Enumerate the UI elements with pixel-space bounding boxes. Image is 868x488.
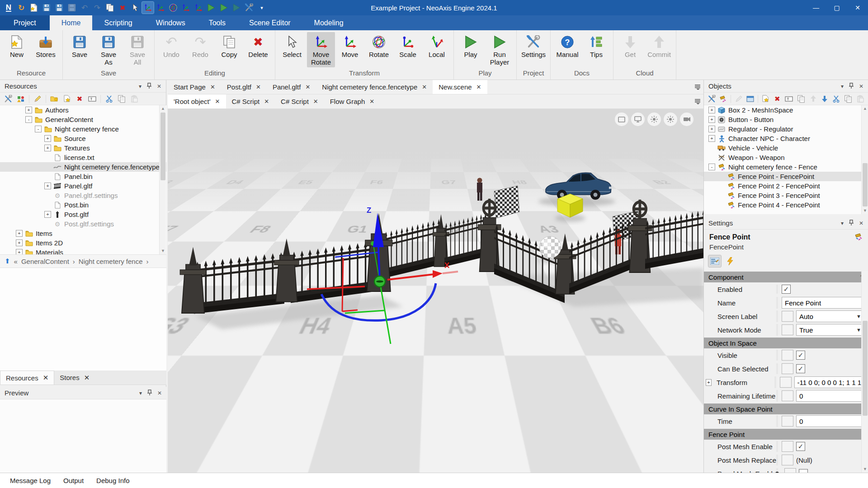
checkbox[interactable]: ✓: [796, 351, 805, 360]
minimize-window-button[interactable]: —: [806, 0, 826, 15]
tree-item-fence-point-2-fencepoint[interactable]: Fence Point 2 - FencePoint: [704, 181, 861, 191]
page-star-icon[interactable]: [761, 94, 771, 104]
panel-dropdown-icon[interactable]: ▾: [841, 83, 844, 89]
doc-tab-start-page[interactable]: Start Page✕: [168, 80, 221, 94]
close-window-button[interactable]: ✕: [847, 0, 868, 15]
palette-icon[interactable]: [15, 94, 26, 104]
tools-icon[interactable]: [3, 94, 14, 104]
save-button[interactable]: Save: [66, 32, 94, 60]
tree-item-fence-point-fencepoint[interactable]: Fence Point - FencePoint: [704, 172, 861, 181]
bottom-tab-message-log[interactable]: Message Log: [10, 477, 51, 484]
close-icon[interactable]: ✕: [422, 84, 427, 90]
bottom-tab-debug-info[interactable]: Debug Info: [96, 477, 129, 484]
panel-dropdown-icon[interactable]: ▾: [841, 220, 844, 226]
pin-icon[interactable]: [147, 83, 151, 90]
default-value-box[interactable]: [782, 390, 793, 401]
paste-icon[interactable]: [855, 94, 865, 104]
settings-scrollbar[interactable]: ▼: [861, 271, 868, 473]
close-icon[interactable]: ✕: [264, 98, 269, 105]
qat-axes[interactable]: [155, 2, 166, 14]
tree-item-regulator-regulator[interactable]: +Regulator - Regulator: [704, 124, 861, 134]
tree-item-panel-gltf-settings[interactable]: ⚙Panel.gltf.settings: [0, 191, 166, 200]
scissors-icon[interactable]: [104, 94, 114, 104]
collapse-expander-icon[interactable]: -: [708, 164, 715, 170]
copy-icon[interactable]: [116, 94, 127, 104]
qat-axes[interactable]: [180, 2, 192, 14]
tree-item-button-button[interactable]: +Button - Button: [704, 115, 861, 124]
delete-button[interactable]: ✖Delete: [244, 32, 272, 60]
save-as-button[interactable]: Save As: [94, 32, 123, 67]
rename-icon[interactable]: [87, 94, 98, 104]
play-button[interactable]: Play: [457, 32, 485, 60]
window-icon[interactable]: [745, 94, 755, 104]
resources-file-list[interactable]: [0, 268, 166, 371]
panel-tab-stores[interactable]: Stores✕: [54, 371, 95, 385]
tree-item-panel-bin[interactable]: Panel.bin: [0, 172, 166, 181]
default-value-box[interactable]: [782, 350, 793, 361]
settings-section-fence-point[interactable]: Fence Point: [704, 429, 868, 440]
scene-viewport[interactable]: A1B2C3D4E5F6G7H8A1B2C3D4B4C5D6E7F8G1H2A3…: [168, 109, 703, 473]
expand-expander-icon[interactable]: +: [708, 116, 715, 123]
expand-expander-icon[interactable]: +: [16, 239, 23, 246]
tree-item-authors[interactable]: +Authors: [0, 105, 166, 115]
collapse-chevrons[interactable]: «: [14, 258, 18, 265]
resources-tree-scrollbar[interactable]: ▲▼: [159, 105, 166, 254]
expand-expander-icon[interactable]: +: [16, 249, 23, 254]
value-input[interactable]: 0: [796, 415, 864, 427]
tree-item-post-bin[interactable]: Post.bin: [0, 200, 166, 210]
delete-icon[interactable]: ✖: [74, 94, 85, 104]
checkbox[interactable]: ✓: [782, 285, 791, 294]
tree-item-post-gltf[interactable]: +Post.gltf: [0, 210, 166, 219]
pin-icon[interactable]: [849, 83, 854, 90]
close-icon[interactable]: ✕: [210, 84, 215, 90]
close-icon[interactable]: ✕: [369, 98, 374, 105]
viewport-sun-button[interactable]: [664, 113, 677, 126]
expand-expander-icon[interactable]: +: [708, 107, 715, 113]
doc-tab-panel-gltf[interactable]: Panel.gltf✕: [267, 80, 316, 94]
qat-delete[interactable]: ✖: [117, 2, 128, 14]
close-icon[interactable]: ✕: [256, 84, 261, 90]
page-star-icon[interactable]: [61, 94, 72, 104]
close-icon[interactable]: ✕: [859, 220, 863, 226]
close-icon[interactable]: ✕: [476, 84, 481, 90]
properties-tab-icon[interactable]: [708, 255, 721, 267]
bottom-tab-output[interactable]: Output: [63, 477, 84, 484]
select-button[interactable]: Select: [278, 32, 306, 60]
doc-tab-c#-script[interactable]: C# Script✕: [275, 94, 324, 108]
checkbox[interactable]: ✓: [796, 364, 805, 373]
menu-tab-scripting[interactable]: Scripting: [92, 15, 144, 30]
viewport-frame-button[interactable]: [615, 113, 628, 126]
close-icon[interactable]: ✕: [313, 98, 318, 105]
value-dropdown[interactable]: Auto▼: [796, 310, 864, 322]
expand-expander-icon[interactable]: +: [708, 135, 715, 142]
close-icon[interactable]: ✕: [859, 83, 863, 89]
qat-undo[interactable]: ↶: [79, 2, 90, 14]
collapse-expander-icon[interactable]: -: [25, 116, 32, 123]
tree-item-items[interactable]: +Items: [0, 229, 166, 238]
pin-icon[interactable]: [147, 389, 152, 397]
expand-expander-icon[interactable]: +: [16, 230, 23, 237]
tree-item-fence-point-4-fencepoint[interactable]: Fence Point 4 - FencePoint: [704, 200, 861, 210]
expand-expander-icon[interactable]: +: [44, 135, 51, 142]
doc-tab-c#-script[interactable]: C# Script✕: [226, 94, 275, 108]
folder-star-icon[interactable]: [49, 94, 60, 104]
tree-item-weapon-weapon[interactable]: Weapon - Weapon: [704, 153, 861, 162]
settings-section-object-in-space[interactable]: Object In Space: [704, 338, 868, 348]
events-tab-icon[interactable]: [724, 255, 736, 267]
objects-tree-scrollbar[interactable]: ▲▼: [861, 105, 868, 214]
move-button[interactable]: Move: [336, 32, 364, 60]
viewport-sun-button[interactable]: [647, 113, 661, 126]
default-value-box[interactable]: [782, 455, 793, 465]
down-blue-icon[interactable]: [820, 94, 830, 104]
doc-tab-new-scene[interactable]: New.scene✕: [433, 80, 487, 94]
close-icon[interactable]: ✕: [84, 374, 90, 382]
pin-icon[interactable]: [849, 220, 854, 227]
breadcrumb-item[interactable]: GeneralContent: [21, 258, 69, 265]
default-value-box[interactable]: [782, 363, 793, 374]
paste-icon[interactable]: [129, 94, 140, 104]
value-input[interactable]: -11 0 0; 0 0 0 1; 1 1 1: [794, 376, 865, 388]
tree-item-textures[interactable]: +Textures: [0, 143, 166, 153]
qat-play[interactable]: [218, 2, 230, 14]
settings-section-curve-in-space-point[interactable]: Curve In Space Point: [704, 404, 868, 414]
qat-axes[interactable]: [142, 2, 154, 14]
